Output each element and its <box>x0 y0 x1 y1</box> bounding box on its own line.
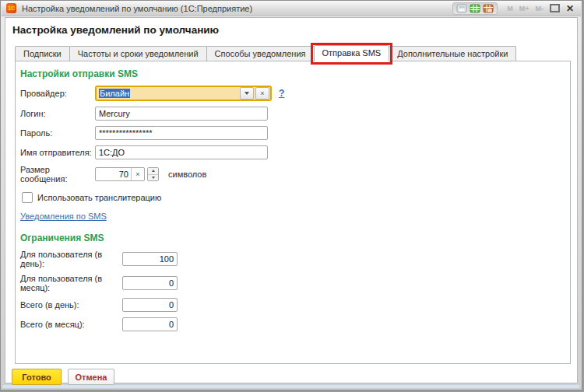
message-size-clear-button[interactable]: × <box>131 168 144 180</box>
done-button[interactable]: Готово <box>12 369 62 385</box>
window-title: Настройка уведомлений по умолчанию (1С:П… <box>22 4 452 13</box>
m-button[interactable]: M <box>505 3 515 14</box>
message-size-row: Размер сообщения: 70 × символов <box>20 165 570 184</box>
limit-user-month-row: Для пользователя (в месяц): <box>20 274 570 292</box>
calendar-icon[interactable] <box>470 4 480 13</box>
limit-user-day-row: Для пользователя (в день): <box>20 250 570 268</box>
sender-name-input[interactable] <box>95 145 268 159</box>
chevron-up-icon <box>152 170 155 172</box>
window-client-area: Настройка уведомлений по умолчанию Подпи… <box>5 17 578 383</box>
provider-value: Билайн <box>99 89 238 98</box>
login-label: Логин: <box>20 109 95 118</box>
section-title-sms-limits: Ограничения SMS <box>20 233 570 243</box>
limit-total-day-input[interactable] <box>122 298 178 312</box>
1c-logo-icon: 1С <box>6 3 16 13</box>
tab-notification-methods[interactable]: Способы уведомления <box>206 46 315 61</box>
section-title-sms-sending: Настройки отправки SMS <box>20 68 570 79</box>
maximize-button[interactable] <box>548 3 561 14</box>
password-label: Пароль: <box>20 128 95 138</box>
window-bottom-frame <box>3 385 579 388</box>
tab-sms-sending-label: Отправка SMS <box>322 48 382 58</box>
provider-dropdown-button[interactable] <box>240 87 254 100</box>
tab-bar: Подписки Частоты и сроки уведомлений Спо… <box>15 44 577 61</box>
transliteration-checkbox[interactable] <box>22 192 33 203</box>
chevron-down-icon <box>152 177 155 179</box>
calendar-date-icon[interactable] <box>483 4 494 13</box>
limit-total-month-input[interactable] <box>122 317 178 331</box>
sender-name-row: Имя отправителя: <box>20 145 570 159</box>
m-minus-button[interactable]: M- <box>534 3 546 14</box>
limit-total-day-row: Всего (в день): <box>20 298 570 312</box>
tab-frequencies[interactable]: Частоты и сроки уведомлений <box>69 46 207 61</box>
login-input[interactable] <box>95 107 268 121</box>
app-window: 1С Настройка уведомлений по умолчанию (1… <box>0 0 582 390</box>
m-plus-button[interactable]: M+ <box>518 3 531 14</box>
provider-help-link[interactable]: ? <box>279 88 284 99</box>
password-input[interactable] <box>95 126 268 140</box>
sms-notifications-link[interactable]: Уведомления по SMS <box>20 212 107 221</box>
tab-additional-settings[interactable]: Дополнительные настройки <box>389 46 516 61</box>
login-row: Логин: <box>20 107 570 121</box>
footer-buttons: Готово Отмена <box>12 369 577 385</box>
provider-combobox[interactable]: Билайн × <box>95 86 272 101</box>
message-size-suffix: символов <box>168 170 206 179</box>
sms-settings-panel: Настройки отправки SMS Провайдер: Билайн… <box>15 61 571 364</box>
spinner-up-button[interactable] <box>148 168 158 175</box>
page-title: Настройка уведомлений по умолчанию <box>12 24 577 36</box>
message-size-spinner <box>147 167 159 181</box>
sender-name-label: Имя отправителя: <box>20 148 95 157</box>
cancel-button[interactable]: Отмена <box>68 369 114 385</box>
document-icon[interactable] <box>456 4 467 13</box>
close-icon: ✕ <box>566 4 574 13</box>
provider-row: Провайдер: Билайн × ? <box>20 86 570 101</box>
password-row: Пароль: <box>20 126 570 140</box>
message-size-label: Размер сообщения: <box>20 165 95 184</box>
limit-user-day-input[interactable] <box>122 252 178 266</box>
titlebar-tool-tray <box>452 2 498 15</box>
limit-user-day-label: Для пользователя (в день): <box>20 250 122 268</box>
chevron-down-icon <box>245 92 249 95</box>
titlebar: 1С Настройка уведомлений по умолчанию (1… <box>2 1 581 16</box>
clear-icon: × <box>260 90 264 97</box>
tab-subscriptions[interactable]: Подписки <box>15 46 70 61</box>
spinner-down-button[interactable] <box>148 175 158 181</box>
tab-sms-sending[interactable]: Отправка SMS <box>314 45 390 61</box>
transliteration-row: Использовать транслитерацию <box>22 192 570 203</box>
limit-total-month-label: Всего (в месяц): <box>20 320 122 329</box>
limit-total-month-row: Всего (в месяц): <box>20 317 570 331</box>
message-size-value: 70 <box>96 170 131 179</box>
transliteration-label: Использовать транслитерацию <box>37 193 161 202</box>
limit-user-month-label: Для пользователя (в месяц): <box>20 274 122 292</box>
close-button[interactable]: ✕ <box>564 3 576 14</box>
provider-clear-button[interactable]: × <box>255 87 269 100</box>
limit-total-day-label: Всего (в день): <box>20 300 122 310</box>
limit-user-month-input[interactable] <box>122 276 178 290</box>
provider-label: Провайдер: <box>20 89 95 98</box>
maximize-icon <box>550 4 560 12</box>
message-size-field[interactable]: 70 × <box>95 167 145 181</box>
